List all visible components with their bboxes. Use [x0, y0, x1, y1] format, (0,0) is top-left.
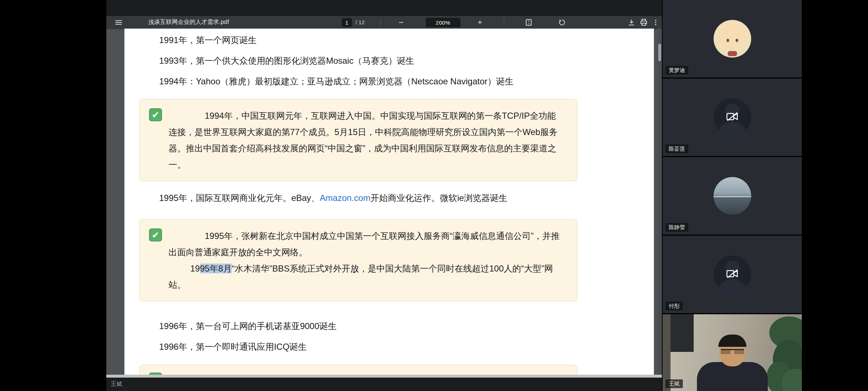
highlight-box: ✔1995年，张树新在北京中国村成立中国第一个互联网接入服务商“瀛海威信息通信公… — [139, 219, 578, 302]
participant-tile[interactable]: 付彤 — [663, 236, 802, 313]
screen-share-area: 浅谈互联网企业的人才需求.pdf 1 / 12 − 200% + 1991年，第… — [106, 0, 662, 391]
page-count-label: / 12 — [356, 16, 365, 29]
selected-text: 95年8月 — [200, 264, 232, 273]
person-glasses — [721, 349, 744, 354]
document-text-line: 1994年：Yahoo（雅虎）最初版建立；亚马逊成立；网景浏览器（Netscao… — [159, 74, 654, 89]
shared-window-top-strip — [106, 0, 662, 16]
pdf-viewport: 1991年，第一个网页诞生1993年，第一个供大众使用的图形化浏览器Mosaic… — [106, 29, 660, 375]
document-text-line: 1996年，第一个即时通讯应用ICQ诞生 — [159, 340, 654, 354]
highlight-box: ✔ — [139, 365, 578, 375]
hamburger-menu-icon[interactable] — [113, 16, 124, 29]
pdf-toolbar: 浅谈互联网企业的人才需求.pdf 1 / 12 − 200% + — [106, 16, 662, 29]
sky-photo-avatar — [714, 177, 751, 215]
participant-tile[interactable]: 陈静莹 — [663, 157, 802, 235]
document-paragraph: 1995年8月“水木清华”BBS系统正式对外开放，是中国大陆第一个同时在线超过1… — [169, 260, 563, 293]
more-options-icon[interactable] — [651, 16, 660, 29]
camera-off-icon — [725, 268, 740, 281]
zoom-in-button[interactable]: + — [475, 16, 485, 29]
document-text-line: 1993年，第一个供大众使用的图形化浏览器Mosaic（马赛克）诞生 — [159, 54, 654, 68]
text-run: 19 — [190, 264, 200, 273]
participant-name: 陈荟莲 — [665, 144, 688, 153]
person-body — [697, 362, 768, 391]
share-bottom-bar: 王斌 — [106, 378, 662, 391]
camera-off-icon — [725, 111, 740, 123]
document-paragraph: 1995年，张树新在北京中国村成立中国第一个互联网接入服务商“瀛海威信息通信公司… — [169, 228, 563, 260]
participant-name: 付彤 — [665, 302, 683, 310]
text-run: 1994年，中国互联网元年，互联网进入中国。中国实现与国际互联网的第一条TCP/… — [169, 111, 558, 169]
text-run: 1995年，国际互联网商业化元年。eBay、 — [159, 193, 320, 203]
document-text-line: 1996年，第一台可上网的手机诺基亚9000诞生 — [159, 319, 654, 333]
participant-tile[interactable]: 黄梦迪 — [663, 0, 802, 77]
zoom-out-button[interactable]: − — [396, 16, 407, 29]
vertical-scrollbar[interactable] — [658, 29, 662, 375]
document-paragraph: 1994年，中国互联网元年，互联网进入中国。中国实现与国际互联网的第一条TCP/… — [169, 108, 563, 173]
pdf-filename: 浅谈互联网企业的人才需求.pdf — [148, 16, 229, 29]
checkmark-icon: ✔ — [149, 228, 162, 241]
highlight-box: ✔1994年，中国互联网元年，互联网进入中国。中国实现与国际互联网的第一条TCP… — [139, 99, 578, 181]
page-number-input[interactable]: 1 — [342, 18, 352, 27]
download-icon[interactable] — [626, 16, 637, 29]
person-hair — [718, 335, 746, 347]
text-run: 开始商业化运作。微软ie浏览器诞生 — [370, 193, 507, 203]
toolbar-separator — [380, 18, 381, 26]
participant-name: 黄梦迪 — [665, 66, 688, 75]
document-text-line: 1995年，国际互联网商业化元年。eBay、Amazon.com开始商业化运作。… — [159, 191, 654, 205]
participant-tile[interactable]: 陈荟莲 — [663, 79, 802, 156]
checkmark-icon: ✔ — [149, 108, 162, 121]
document-page[interactable]: 1991年，第一个网页诞生1993年，第一个供大众使用的图形化浏览器Mosaic… — [124, 29, 654, 375]
presenter-name-label: 王斌 — [111, 381, 122, 388]
horizontal-scrollbar[interactable] — [106, 375, 662, 378]
hyperlink[interactable]: Amazon.com — [320, 193, 370, 203]
text-run: 1996年，第一个即时通讯应用ICQ诞生 — [159, 342, 307, 352]
document-content: 1991年，第一个网页诞生1993年，第一个供大众使用的图形化浏览器Mosaic… — [124, 29, 654, 375]
participant-video-tile[interactable]: 王斌 — [663, 314, 802, 391]
text-run: 1996年，第一台可上网的手机诺基亚9000诞生 — [159, 321, 337, 331]
rotate-button[interactable] — [556, 16, 569, 29]
avatar — [714, 20, 751, 58]
text-run: 1994年：Yahoo（雅虎）最初版建立；亚马逊成立；网景浏览器（Netscao… — [159, 76, 514, 86]
text-run: 1991年，第一个网页诞生 — [159, 35, 256, 45]
participants-sidebar: 黄梦迪 陈荟莲 陈静莹 付彤 王斌 — [663, 0, 802, 391]
fit-to-page-button[interactable] — [522, 16, 535, 29]
text-run: 1995年，张树新在北京中国村成立中国第一个互联网接入服务商“瀛海威信息通信公司… — [169, 231, 559, 257]
print-icon[interactable] — [638, 16, 650, 29]
document-text-line: 1991年，第一个网页诞生 — [159, 33, 654, 47]
scrollbar-thumb[interactable] — [658, 44, 661, 61]
participant-name: 陈静莹 — [665, 223, 688, 232]
text-run: 1993年，第一个供大众使用的图形化浏览器Mosaic（马赛克）诞生 — [159, 56, 414, 66]
participant-name: 王斌 — [665, 379, 683, 388]
zoom-level-input[interactable]: 200% — [426, 18, 460, 27]
toolbar-separator — [504, 18, 504, 26]
